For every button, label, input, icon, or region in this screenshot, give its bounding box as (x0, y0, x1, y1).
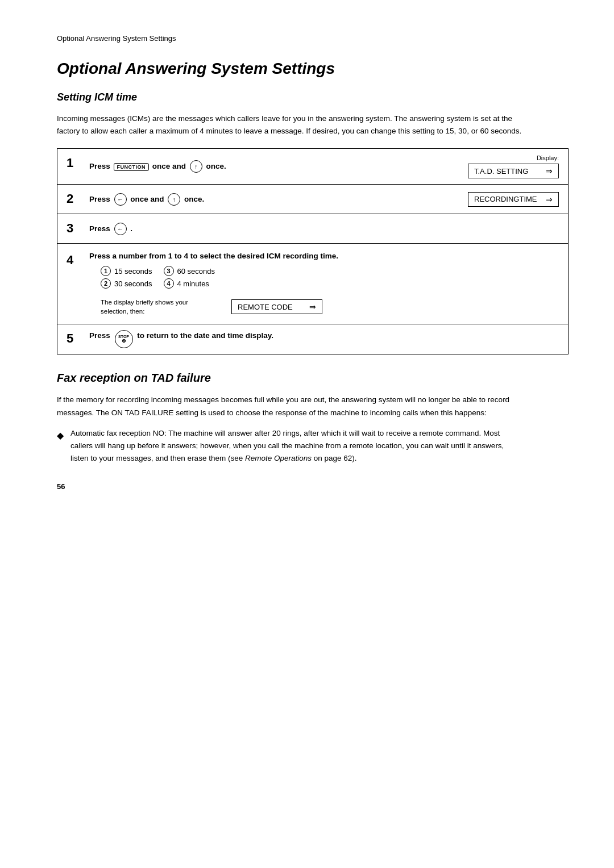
step-5-row: 5 Press STOP⊗ to return to the date and … (57, 324, 568, 354)
arrow-right-2-icon: ⇒ (546, 195, 553, 204)
step-2-display-box: RECORDINGTIME ⇒ (468, 192, 559, 207)
option-4: 4 4 minutes (164, 278, 215, 289)
step-1-content: Press FUNCTION once and ↑ once. Display:… (89, 155, 559, 178)
step-4-content: Press a number from 1 to 4 to select the… (89, 252, 559, 316)
arrow-right-4-icon: ⇒ (309, 302, 316, 311)
step-1-text: Press FUNCTION once and ↑ once. (89, 160, 445, 173)
step-5-text: Press STOP⊗ to return to the date and ti… (89, 330, 559, 348)
bullet-diamond-icon: ◆ (57, 428, 64, 443)
step-2-content: Press ← once and ↑ once. RECORDINGTIME ⇒ (89, 192, 559, 207)
page-title: Optional Answering System Settings (57, 60, 569, 78)
option-3-num: 3 (164, 266, 174, 276)
step-1-number: 1 (67, 155, 84, 170)
intro-text: Incoming messages (ICMs) are the message… (57, 112, 523, 137)
option-2-text: 30 seconds (114, 279, 152, 288)
step-2-text: Press ← once and ↑ once. (89, 193, 468, 206)
arrow-right-icon: ⇒ (546, 166, 553, 176)
step-2-row: 2 Press ← once and ↑ once. RECORDINGTIME… (57, 185, 568, 214)
stop-key[interactable]: STOP⊗ (115, 330, 133, 348)
step-2-number: 2 (67, 190, 84, 206)
display-note-row: The display briefly shows your selection… (101, 298, 322, 316)
section2-title: Fax reception on TAD failure (57, 372, 569, 385)
step-3-row: 3 Press ← . (57, 214, 568, 244)
step-5-content: Press STOP⊗ to return to the date and ti… (89, 330, 559, 348)
step-1-row: 1 Press FUNCTION once and ↑ once. Displa… (57, 149, 568, 185)
bullet-item-text: Automatic fax reception NO: The machine … (70, 427, 523, 465)
option-4-num: 4 (164, 278, 174, 289)
step-1-display-area: Display: T.A.D. SETTING ⇒ (457, 155, 559, 178)
display-note-text: The display briefly shows your selection… (101, 298, 214, 316)
step-3-content: Press ← . (89, 223, 559, 235)
bullet-item-1: ◆ Automatic fax reception NO: The machin… (57, 427, 523, 465)
function-key[interactable]: FUNCTION (114, 163, 150, 171)
step-2-display-text: RECORDINGTIME (474, 195, 537, 203)
step-5-number: 5 (67, 330, 84, 346)
steps-container: 1 Press FUNCTION once and ↑ once. Displa… (57, 148, 569, 354)
step-4-number: 4 (67, 252, 84, 268)
step-4-row: 4 Press a number from 1 to 4 to select t… (57, 244, 568, 324)
italic-reference: Remote Operations (245, 454, 312, 462)
step-3-number: 3 (67, 220, 84, 236)
step-4-options: 1 15 seconds 3 60 seconds 2 30 seconds 4… (101, 266, 215, 289)
left-button-3[interactable]: ← (114, 223, 127, 235)
option-4-text: 4 minutes (177, 279, 209, 288)
page-number: 56 (57, 482, 569, 491)
option-2-num: 2 (101, 278, 111, 289)
option-1-num: 1 (101, 266, 111, 276)
step-3-text: Press ← . (89, 223, 559, 235)
breadcrumb: Optional Answering System Settings (57, 34, 569, 43)
option-3: 3 60 seconds (164, 266, 215, 276)
section1-title: Setting ICM time (57, 91, 569, 103)
step-4-display-box: REMOTE CODE ⇒ (231, 299, 322, 314)
left-button-2[interactable]: ← (114, 193, 127, 206)
option-2: 2 30 seconds (101, 278, 152, 289)
option-1-text: 15 seconds (114, 267, 152, 276)
step-1-display-box: T.A.D. SETTING ⇒ (468, 164, 559, 178)
up-button-1[interactable]: ↑ (190, 160, 202, 173)
display-label: Display: (537, 155, 559, 161)
option-1: 1 15 seconds (101, 266, 152, 276)
section2-body: If the memory for recording incoming mes… (57, 394, 523, 419)
option-3-text: 60 seconds (177, 267, 215, 276)
step-1-display-text: T.A.D. SETTING (474, 167, 528, 176)
remote-code-text: REMOTE CODE (238, 303, 293, 311)
step-4-header: Press a number from 1 to 4 to select the… (89, 252, 338, 260)
up-button-2[interactable]: ↑ (168, 193, 180, 206)
